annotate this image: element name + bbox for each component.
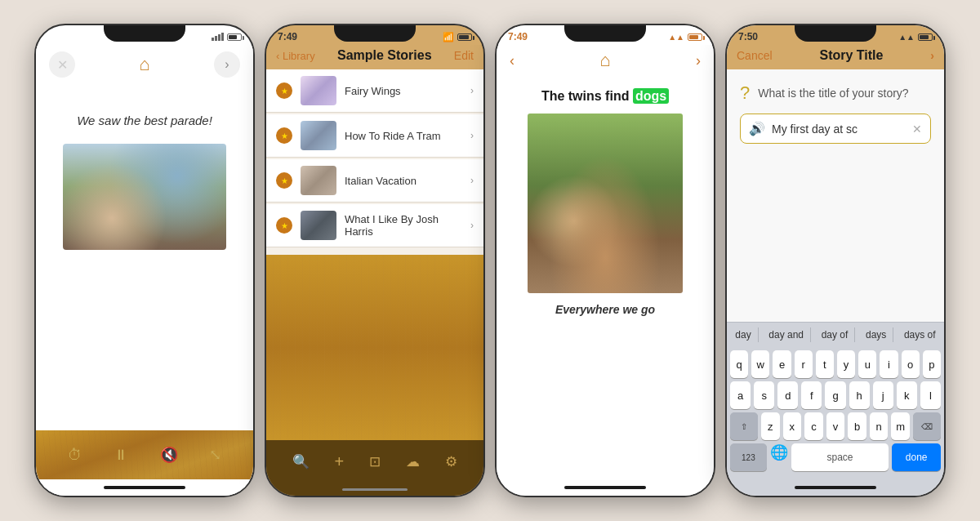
screen-title-4: Story Title <box>819 48 883 63</box>
globe-icon[interactable]: 🌐 <box>770 443 788 471</box>
status-icons-3: ▲▲ <box>668 33 702 42</box>
phone3-page: The twins find dogs Everywhere we go <box>497 76 714 479</box>
notch-3 <box>564 25 646 42</box>
phone-3: 7:49 ▲▲ ‹ ⌂ › The twins find dogs Everyw… <box>495 24 715 497</box>
autocomplete-day-of[interactable]: day of <box>815 327 856 342</box>
notch-2 <box>334 25 416 42</box>
delete-key[interactable]: ⌫ <box>913 412 941 440</box>
autocomplete-day[interactable]: day <box>728 327 758 342</box>
wifi-icon-2: 📶 <box>443 32 454 42</box>
label-tram: How To Ride A Tram <box>345 130 462 142</box>
done-key[interactable]: done <box>892 443 941 471</box>
forward-button-3[interactable]: › <box>696 52 701 69</box>
key-e[interactable]: e <box>773 350 791 378</box>
thumb-tram <box>301 121 336 150</box>
add-photo-icon-2[interactable]: ⊡ <box>369 453 381 470</box>
badge-4: ★ <box>276 217 292 234</box>
home-icon-1[interactable]: ⌂ <box>139 54 149 75</box>
title-input-row[interactable]: 🔊 My first day at sc ✕ <box>740 114 931 144</box>
key-a[interactable]: a <box>730 381 751 409</box>
phone-2: 7:49 ••• 📶 ‹ Library Sample Stories Edit… <box>265 24 485 497</box>
home-bar-4 <box>795 486 876 489</box>
timer-icon[interactable]: ⏱ <box>68 447 82 464</box>
next-button[interactable]: › <box>930 49 934 62</box>
arrow-1: › <box>470 85 474 96</box>
key-l[interactable]: l <box>920 381 941 409</box>
key-s[interactable]: s <box>754 381 774 409</box>
upload-icon-2[interactable]: ☁ <box>406 453 420 470</box>
badge-1: ★ <box>276 82 292 99</box>
expand-icon[interactable]: ⤡ <box>209 446 221 464</box>
story-photo <box>63 144 226 250</box>
key-z[interactable]: z <box>761 412 780 440</box>
shift-key[interactable]: ⇧ <box>730 412 758 440</box>
label-fairy-wings: Fairy Wings <box>345 85 462 97</box>
thumb-josh <box>301 211 336 240</box>
key-y[interactable]: y <box>837 350 855 378</box>
key-w[interactable]: w <box>751 350 769 378</box>
wifi-icon-4: ▲▲ <box>898 33 915 42</box>
screen-title-2: Sample Stories <box>337 48 432 63</box>
key-k[interactable]: k <box>897 381 917 409</box>
key-v[interactable]: v <box>826 412 845 440</box>
home-icon-3[interactable]: ⌂ <box>599 50 610 71</box>
key-n[interactable]: n <box>870 412 889 440</box>
key-m[interactable]: m <box>891 412 910 440</box>
signal-1 <box>212 33 224 41</box>
number-key[interactable]: 123 <box>730 443 767 471</box>
key-r[interactable]: r <box>795 350 813 378</box>
battery-3 <box>688 33 702 41</box>
badge-3: ★ <box>276 172 292 189</box>
story-headline: The twins find dogs <box>541 89 669 104</box>
key-i[interactable]: i <box>880 350 898 378</box>
list-item-tram[interactable]: ★ How To Ride A Tram › <box>266 114 483 158</box>
key-q[interactable]: q <box>730 350 748 378</box>
list-item-josh[interactable]: ★ What I Like By Josh Harris › <box>266 204 483 247</box>
key-c[interactable]: c <box>804 412 823 440</box>
autocomplete-days[interactable]: days <box>859 327 893 342</box>
keyboard: q w e r t y u i o p a s d f g h j k l ⇧ … <box>727 347 944 479</box>
autocomplete-day-and[interactable]: day and <box>762 327 811 342</box>
settings-icon-2[interactable]: ⚙ <box>445 453 457 470</box>
notch-1 <box>104 25 185 42</box>
arrow-4: › <box>470 220 474 231</box>
forward-button-1[interactable]: › <box>214 51 240 78</box>
thumb-vacation <box>301 166 336 195</box>
edit-button-2[interactable]: Edit <box>454 49 474 62</box>
search-icon-2[interactable]: 🔍 <box>292 453 310 470</box>
back-button-3[interactable]: ‹ <box>510 52 514 69</box>
list-item-fairy-wings[interactable]: ★ Fairy Wings › <box>266 69 483 113</box>
clear-button[interactable]: ✕ <box>912 122 922 136</box>
time-2: 7:49 <box>278 31 297 42</box>
key-x[interactable]: x <box>783 412 802 440</box>
key-p[interactable]: p <box>923 350 941 378</box>
keyboard-row-3: ⇧ z x c v b n m ⌫ <box>730 412 941 440</box>
wifi-icon-3: ▲▲ <box>668 33 684 42</box>
back-button-2[interactable]: ‹ Library <box>276 50 315 62</box>
speaker-icon: 🔊 <box>749 121 765 136</box>
key-t[interactable]: t <box>816 350 834 378</box>
add-icon-2[interactable]: + <box>335 452 345 471</box>
autocomplete-days-of[interactable]: days of <box>898 327 942 342</box>
key-f[interactable]: f <box>801 381 822 409</box>
keyboard-row-1: q w e r t y u i o p <box>730 350 941 378</box>
key-o[interactable]: o <box>902 350 920 378</box>
keyboard-row-2: a s d f g h j k l <box>730 381 941 409</box>
key-d[interactable]: d <box>777 381 798 409</box>
key-u[interactable]: u <box>858 350 876 378</box>
question-text: What is the title of your story? <box>758 87 908 100</box>
question-icon: ? <box>740 82 750 104</box>
key-j[interactable]: j <box>873 381 893 409</box>
cancel-button[interactable]: Cancel <box>737 49 773 62</box>
pause-icon[interactable]: ⏸ <box>114 447 128 464</box>
key-g[interactable]: g <box>825 381 845 409</box>
key-h[interactable]: h <box>849 381 870 409</box>
key-b[interactable]: b <box>848 412 866 440</box>
list-item-vacation[interactable]: ★ Italian Vacation › <box>266 159 483 203</box>
phone-4: 7:50 ▲▲ Cancel Story Title › ? What is t… <box>725 24 946 497</box>
title-input[interactable]: My first day at sc <box>772 122 906 136</box>
space-key[interactable]: space <box>791 443 889 471</box>
back-button-1[interactable]: ✕ <box>49 51 75 78</box>
mute-icon[interactable]: 🔇 <box>160 446 178 464</box>
time-4: 7:50 <box>738 31 758 42</box>
